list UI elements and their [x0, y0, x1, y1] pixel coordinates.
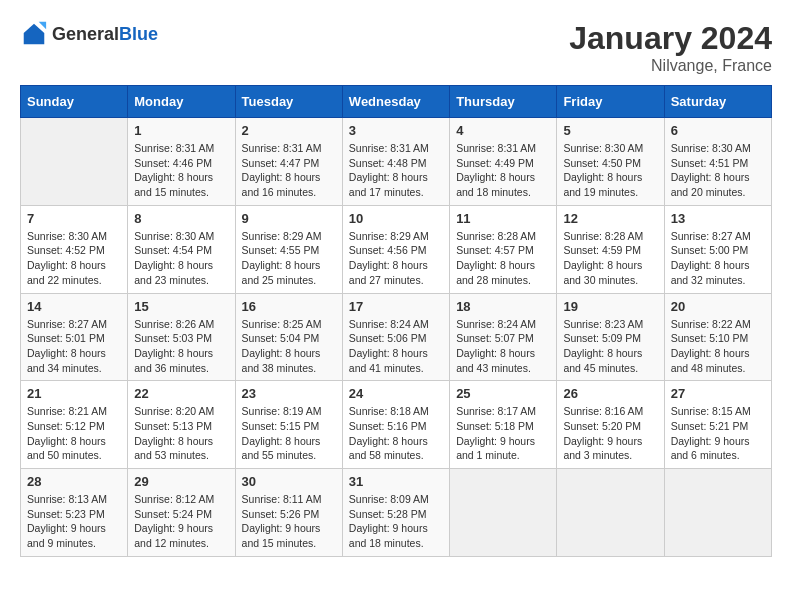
- calendar-cell: [450, 469, 557, 557]
- day-number: 2: [242, 123, 336, 138]
- day-info: Sunrise: 8:27 AM Sunset: 5:00 PM Dayligh…: [671, 229, 765, 288]
- calendar-cell: 12Sunrise: 8:28 AM Sunset: 4:59 PM Dayli…: [557, 205, 664, 293]
- day-number: 26: [563, 386, 657, 401]
- day-number: 21: [27, 386, 121, 401]
- day-info: Sunrise: 8:17 AM Sunset: 5:18 PM Dayligh…: [456, 404, 550, 463]
- day-info: Sunrise: 8:30 AM Sunset: 4:51 PM Dayligh…: [671, 141, 765, 200]
- day-info: Sunrise: 8:29 AM Sunset: 4:55 PM Dayligh…: [242, 229, 336, 288]
- title-block: January 2024 Nilvange, France: [569, 20, 772, 75]
- day-info: Sunrise: 8:31 AM Sunset: 4:48 PM Dayligh…: [349, 141, 443, 200]
- day-number: 3: [349, 123, 443, 138]
- day-number: 29: [134, 474, 228, 489]
- day-info: Sunrise: 8:30 AM Sunset: 4:52 PM Dayligh…: [27, 229, 121, 288]
- calendar-cell: 26Sunrise: 8:16 AM Sunset: 5:20 PM Dayli…: [557, 381, 664, 469]
- day-info: Sunrise: 8:11 AM Sunset: 5:26 PM Dayligh…: [242, 492, 336, 551]
- calendar-cell: 8Sunrise: 8:30 AM Sunset: 4:54 PM Daylig…: [128, 205, 235, 293]
- calendar-cell: 4Sunrise: 8:31 AM Sunset: 4:49 PM Daylig…: [450, 118, 557, 206]
- col-friday: Friday: [557, 86, 664, 118]
- svg-marker-1: [39, 22, 46, 29]
- day-info: Sunrise: 8:31 AM Sunset: 4:46 PM Dayligh…: [134, 141, 228, 200]
- header-row: Sunday Monday Tuesday Wednesday Thursday…: [21, 86, 772, 118]
- day-number: 5: [563, 123, 657, 138]
- calendar-cell: 19Sunrise: 8:23 AM Sunset: 5:09 PM Dayli…: [557, 293, 664, 381]
- day-info: Sunrise: 8:24 AM Sunset: 5:07 PM Dayligh…: [456, 317, 550, 376]
- calendar-cell: 14Sunrise: 8:27 AM Sunset: 5:01 PM Dayli…: [21, 293, 128, 381]
- day-info: Sunrise: 8:28 AM Sunset: 4:57 PM Dayligh…: [456, 229, 550, 288]
- calendar-cell: 1Sunrise: 8:31 AM Sunset: 4:46 PM Daylig…: [128, 118, 235, 206]
- day-number: 1: [134, 123, 228, 138]
- day-number: 17: [349, 299, 443, 314]
- calendar-cell: [557, 469, 664, 557]
- calendar-cell: 5Sunrise: 8:30 AM Sunset: 4:50 PM Daylig…: [557, 118, 664, 206]
- day-number: 9: [242, 211, 336, 226]
- day-info: Sunrise: 8:30 AM Sunset: 4:54 PM Dayligh…: [134, 229, 228, 288]
- day-info: Sunrise: 8:30 AM Sunset: 4:50 PM Dayligh…: [563, 141, 657, 200]
- calendar-week-1: 1Sunrise: 8:31 AM Sunset: 4:46 PM Daylig…: [21, 118, 772, 206]
- day-number: 19: [563, 299, 657, 314]
- calendar-week-5: 28Sunrise: 8:13 AM Sunset: 5:23 PM Dayli…: [21, 469, 772, 557]
- calendar-cell: 9Sunrise: 8:29 AM Sunset: 4:55 PM Daylig…: [235, 205, 342, 293]
- calendar-cell: 22Sunrise: 8:20 AM Sunset: 5:13 PM Dayli…: [128, 381, 235, 469]
- day-info: Sunrise: 8:18 AM Sunset: 5:16 PM Dayligh…: [349, 404, 443, 463]
- day-info: Sunrise: 8:20 AM Sunset: 5:13 PM Dayligh…: [134, 404, 228, 463]
- day-info: Sunrise: 8:21 AM Sunset: 5:12 PM Dayligh…: [27, 404, 121, 463]
- col-wednesday: Wednesday: [342, 86, 449, 118]
- calendar-cell: 25Sunrise: 8:17 AM Sunset: 5:18 PM Dayli…: [450, 381, 557, 469]
- logo-blue: Blue: [119, 24, 158, 44]
- day-number: 27: [671, 386, 765, 401]
- col-monday: Monday: [128, 86, 235, 118]
- calendar-table: Sunday Monday Tuesday Wednesday Thursday…: [20, 85, 772, 557]
- calendar-cell: [21, 118, 128, 206]
- col-sunday: Sunday: [21, 86, 128, 118]
- day-info: Sunrise: 8:25 AM Sunset: 5:04 PM Dayligh…: [242, 317, 336, 376]
- day-number: 10: [349, 211, 443, 226]
- day-info: Sunrise: 8:16 AM Sunset: 5:20 PM Dayligh…: [563, 404, 657, 463]
- calendar-cell: 20Sunrise: 8:22 AM Sunset: 5:10 PM Dayli…: [664, 293, 771, 381]
- calendar-cell: [664, 469, 771, 557]
- calendar-cell: 27Sunrise: 8:15 AM Sunset: 5:21 PM Dayli…: [664, 381, 771, 469]
- day-info: Sunrise: 8:12 AM Sunset: 5:24 PM Dayligh…: [134, 492, 228, 551]
- day-number: 11: [456, 211, 550, 226]
- day-number: 6: [671, 123, 765, 138]
- calendar-cell: 6Sunrise: 8:30 AM Sunset: 4:51 PM Daylig…: [664, 118, 771, 206]
- day-info: Sunrise: 8:22 AM Sunset: 5:10 PM Dayligh…: [671, 317, 765, 376]
- calendar-cell: 10Sunrise: 8:29 AM Sunset: 4:56 PM Dayli…: [342, 205, 449, 293]
- calendar-cell: 15Sunrise: 8:26 AM Sunset: 5:03 PM Dayli…: [128, 293, 235, 381]
- day-number: 22: [134, 386, 228, 401]
- day-info: Sunrise: 8:29 AM Sunset: 4:56 PM Dayligh…: [349, 229, 443, 288]
- day-number: 14: [27, 299, 121, 314]
- day-number: 28: [27, 474, 121, 489]
- day-info: Sunrise: 8:15 AM Sunset: 5:21 PM Dayligh…: [671, 404, 765, 463]
- day-number: 16: [242, 299, 336, 314]
- page-header: GeneralBlue January 2024 Nilvange, Franc…: [20, 20, 772, 75]
- calendar-cell: 24Sunrise: 8:18 AM Sunset: 5:16 PM Dayli…: [342, 381, 449, 469]
- calendar-week-3: 14Sunrise: 8:27 AM Sunset: 5:01 PM Dayli…: [21, 293, 772, 381]
- day-info: Sunrise: 8:28 AM Sunset: 4:59 PM Dayligh…: [563, 229, 657, 288]
- day-number: 23: [242, 386, 336, 401]
- day-info: Sunrise: 8:24 AM Sunset: 5:06 PM Dayligh…: [349, 317, 443, 376]
- logo-icon: [20, 20, 48, 48]
- col-tuesday: Tuesday: [235, 86, 342, 118]
- calendar-body: 1Sunrise: 8:31 AM Sunset: 4:46 PM Daylig…: [21, 118, 772, 557]
- calendar-header: Sunday Monday Tuesday Wednesday Thursday…: [21, 86, 772, 118]
- day-info: Sunrise: 8:23 AM Sunset: 5:09 PM Dayligh…: [563, 317, 657, 376]
- day-number: 8: [134, 211, 228, 226]
- calendar-cell: 3Sunrise: 8:31 AM Sunset: 4:48 PM Daylig…: [342, 118, 449, 206]
- day-number: 15: [134, 299, 228, 314]
- svg-marker-0: [24, 24, 45, 45]
- calendar-cell: 18Sunrise: 8:24 AM Sunset: 5:07 PM Dayli…: [450, 293, 557, 381]
- day-number: 18: [456, 299, 550, 314]
- col-saturday: Saturday: [664, 86, 771, 118]
- day-number: 25: [456, 386, 550, 401]
- calendar-cell: 11Sunrise: 8:28 AM Sunset: 4:57 PM Dayli…: [450, 205, 557, 293]
- logo-general: General: [52, 24, 119, 44]
- day-number: 12: [563, 211, 657, 226]
- day-info: Sunrise: 8:27 AM Sunset: 5:01 PM Dayligh…: [27, 317, 121, 376]
- logo: GeneralBlue: [20, 20, 158, 48]
- day-number: 13: [671, 211, 765, 226]
- day-number: 20: [671, 299, 765, 314]
- day-info: Sunrise: 8:26 AM Sunset: 5:03 PM Dayligh…: [134, 317, 228, 376]
- calendar-cell: 13Sunrise: 8:27 AM Sunset: 5:00 PM Dayli…: [664, 205, 771, 293]
- day-info: Sunrise: 8:19 AM Sunset: 5:15 PM Dayligh…: [242, 404, 336, 463]
- calendar-cell: 17Sunrise: 8:24 AM Sunset: 5:06 PM Dayli…: [342, 293, 449, 381]
